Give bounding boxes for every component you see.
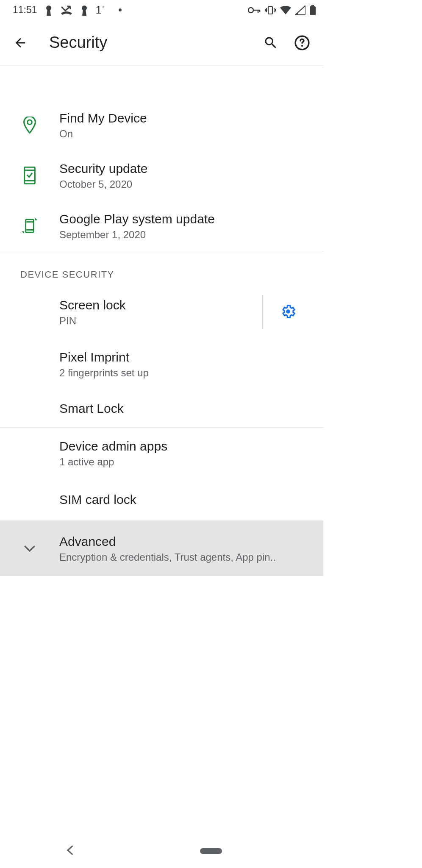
row-title: Google Play system update [59,211,313,227]
svg-rect-3 [268,6,272,14]
row-title: Screen lock [59,297,262,313]
keyhole-icon [45,5,53,16]
row-subtitle: PIN [59,315,262,327]
svg-point-14 [286,309,290,314]
battery-icon [310,5,316,15]
signal-icon [295,6,305,15]
search-button[interactable] [258,30,283,56]
gear-icon [280,303,296,320]
row-pixel-imprint[interactable]: Pixel Imprint 2 fingerprints set up [0,339,323,389]
row-subtitle: Encryption & credentials, Trust agents, … [59,551,313,563]
svg-point-7 [301,45,303,47]
row-title: Device admin apps [59,438,313,454]
screen-lock-settings-button[interactable] [262,295,313,328]
row-title: SIM card lock [59,491,313,508]
help-button[interactable] [289,30,315,56]
missed-call-icon [60,6,73,15]
dot-icon [119,8,122,11]
degree-icon: ▫ [103,4,104,10]
help-icon [294,35,310,51]
row-subtitle: October 5, 2020 [59,178,313,190]
row-subtitle: 1 active app [59,456,313,468]
phone-check-icon [23,167,36,184]
row-smart-lock[interactable]: Smart Lock [0,389,323,427]
row-subtitle: On [59,128,313,140]
key-icon [248,7,261,14]
svg-rect-4 [310,6,316,15]
row-sim-card-lock[interactable]: SIM card lock [0,478,323,520]
row-title: Smart Lock [59,400,313,417]
page-title: Security [49,33,252,52]
row-screen-lock[interactable]: Screen lock PIN [0,284,323,339]
row-advanced[interactable]: Advanced Encryption & credentials, Trust… [0,520,323,576]
location-icon [23,117,36,134]
content-scroll[interactable]: . Find My Device On Security update Octo… [0,66,323,576]
phone-sync-icon [21,217,38,234]
vibrate-icon [265,6,276,15]
row-security-update[interactable]: Security update October 5, 2020 [0,150,323,200]
temperature-icon: 1 [96,3,102,17]
row-play-system-update[interactable]: Google Play system update September 1, 2… [0,200,323,251]
row-title: Find My Device [59,110,313,126]
chevron-down-icon [24,545,36,552]
status-bar: 11:51 1 ▫ [0,0,323,20]
app-bar: Security [0,20,323,66]
status-time: 11:51 [13,4,37,16]
row-subtitle: 2 fingerprints set up [59,367,313,379]
row-title: Security update [59,160,313,177]
wifi-icon [280,6,291,14]
back-button[interactable] [8,31,32,55]
search-icon [263,35,278,50]
keyhole-icon [81,5,88,16]
arrow-back-icon [13,36,28,50]
row-subtitle: September 1, 2020 [59,229,313,241]
svg-rect-5 [311,5,314,7]
row-title: Advanced [59,533,313,550]
svg-point-2 [248,8,253,13]
row-device-admin-apps[interactable]: Device admin apps 1 active app [0,428,323,478]
section-header-device-security: DEVICE SECURITY [0,251,323,284]
row-find-my-device[interactable]: Find My Device On [0,100,323,150]
row-title: Pixel Imprint [59,349,313,365]
